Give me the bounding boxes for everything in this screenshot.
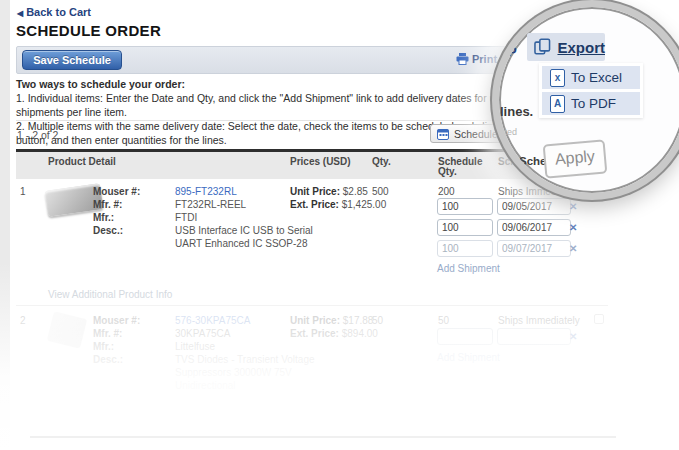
export-label: Export — [557, 39, 605, 56]
ships-immediately-label: Ships Immediately — [498, 315, 580, 326]
row-number: 2 — [20, 315, 26, 326]
mfr-label: Mfr.: — [93, 341, 114, 352]
unit-price: Unit Price: $17.88 — [290, 315, 373, 326]
product-image-30kpa75ca[interactable] — [47, 311, 87, 348]
mfr-num-label: Mfr. #: — [93, 328, 122, 339]
desc-line-1: TVS Diodes - Transient Voltage — [175, 354, 315, 365]
row-select-checkbox[interactable] — [594, 314, 604, 324]
mouser-label: Mouser #: — [93, 315, 140, 326]
footer-divider — [30, 436, 616, 438]
unit-price-label: Unit Price: — [290, 315, 340, 326]
to-excel-label: To Excel — [571, 70, 622, 85]
shipment-date-input-1[interactable] — [497, 328, 571, 345]
export-copy-icon — [534, 38, 551, 56]
excel-file-icon: x — [550, 69, 565, 87]
qty-value: 50 — [372, 315, 383, 326]
to-pdf-label: To PDF — [571, 96, 616, 111]
desc-line-2: Suppressors 30000W 75V — [175, 367, 292, 378]
ext-price: Ext. Price: $894.00 — [290, 328, 378, 339]
mfr-part-value: 30KPA75CA — [175, 328, 230, 339]
unit-price-value: $17.88 — [343, 315, 374, 326]
export-to-pdf-item[interactable]: A To PDF — [542, 92, 640, 115]
add-shipment-link[interactable]: Add Shipment — [437, 352, 500, 363]
pdf-file-icon: A — [550, 95, 565, 113]
magnifier-content: P Export x To Excel A To PDF lin — [499, 7, 679, 193]
remove-shipment-icon-1[interactable]: ✕ — [569, 331, 577, 342]
export-dropdown-menu: x To Excel A To PDF — [539, 63, 643, 118]
shipment-qty-input-1[interactable] — [437, 328, 493, 345]
schedule-qty-value: 50 — [438, 315, 449, 326]
apply-button[interactable]: Apply — [543, 139, 608, 178]
export-button[interactable]: Export — [527, 33, 605, 61]
desc-label: Desc.: — [93, 354, 123, 365]
desc-line-3: Unidirectional — [175, 380, 236, 391]
schedule-order-page: ◀Back to Cart SCHEDULE ORDER Save Schedu… — [0, 0, 679, 450]
ext-price-value: $894.00 — [342, 328, 378, 339]
magnifier-circle: P Export x To Excel A To PDF lin — [492, 0, 679, 200]
mfr-value: Littelfuse — [175, 341, 215, 352]
mouser-part-link[interactable]: 576-30KPA75CA — [175, 315, 250, 326]
print-fragment-label: P — [508, 44, 517, 59]
magnified-lines-text-fragment: lines. — [500, 104, 533, 119]
export-to-excel-item[interactable]: x To Excel — [542, 66, 640, 89]
ext-price-label: Ext. Price: — [290, 328, 339, 339]
